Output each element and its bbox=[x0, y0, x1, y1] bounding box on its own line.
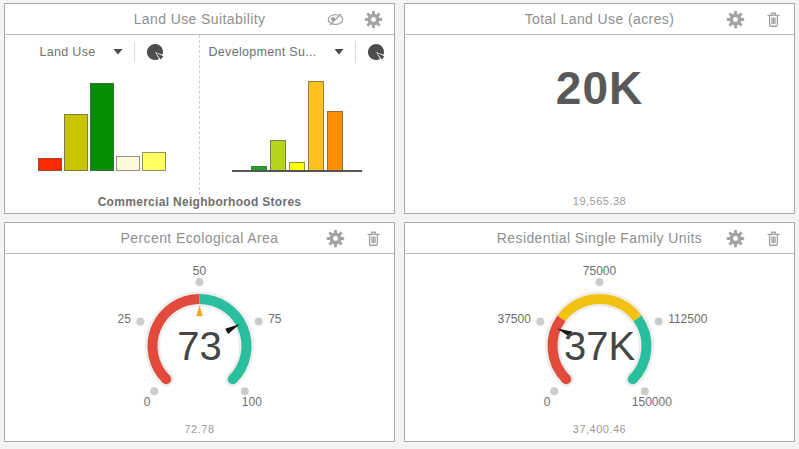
chevron-down-icon bbox=[113, 49, 123, 55]
bar bbox=[142, 152, 166, 171]
bar bbox=[270, 140, 286, 171]
chart-controls: Land Use bbox=[5, 35, 199, 69]
panel-total-land-use: Total Land Use (acres) bbox=[404, 3, 795, 214]
svg-text:0: 0 bbox=[144, 395, 151, 409]
settings-gear-icon[interactable] bbox=[364, 10, 383, 29]
header-icon-group bbox=[726, 223, 783, 253]
chart-half-development-suitability: Development Su... bbox=[200, 35, 394, 195]
gauge-percent-ecological-area: 025507510073 bbox=[5, 254, 394, 422]
select-label: Development Su... bbox=[209, 45, 317, 59]
control-divider bbox=[134, 41, 135, 63]
control-divider bbox=[355, 41, 356, 63]
indicator-exact-value: 19,565.38 bbox=[405, 195, 794, 207]
svg-text:75000: 75000 bbox=[583, 264, 617, 278]
bar bbox=[90, 83, 114, 171]
pie-chart-toggle-icon[interactable] bbox=[367, 43, 385, 61]
panel-header: Total Land Use (acres) bbox=[405, 4, 794, 35]
settings-gear-icon[interactable] bbox=[326, 229, 345, 248]
svg-text:37500: 37500 bbox=[497, 312, 531, 326]
header-icon-group bbox=[726, 4, 783, 34]
development-suitability-select[interactable]: Development Su... bbox=[209, 45, 345, 59]
chart-half-land-use: Land Use bbox=[5, 35, 200, 195]
bar bbox=[38, 158, 62, 171]
header-icon-group bbox=[326, 4, 383, 34]
hidden-eye-icon[interactable] bbox=[326, 10, 345, 29]
svg-text:73: 73 bbox=[177, 324, 222, 368]
svg-text:0: 0 bbox=[544, 395, 551, 409]
chart-caption: Commercial Neighborhood Stores bbox=[5, 195, 394, 209]
pie-chart-toggle-icon[interactable] bbox=[146, 43, 164, 61]
panel-title: Land Use Suitability bbox=[134, 11, 266, 27]
panel-title: Total Land Use (acres) bbox=[525, 11, 675, 27]
bar-chart-land-use bbox=[5, 69, 199, 195]
panel-residential-single-family-units: Residential Single Family Units bbox=[404, 222, 795, 442]
gauge-exact-value: 72.78 bbox=[5, 423, 394, 435]
trash-icon[interactable] bbox=[364, 229, 383, 248]
bar-chart-development-suitability bbox=[200, 69, 394, 195]
bar bbox=[308, 81, 324, 171]
gauge-residential-single-family-units: 0375007500011250015000037K bbox=[405, 254, 794, 422]
gauge-exact-value: 37,400.46 bbox=[405, 423, 794, 435]
select-label: Land Use bbox=[40, 45, 96, 59]
chart-body: Land Use Development Su.. bbox=[5, 35, 394, 195]
panel-percent-ecological-area: Percent Ecological Area bbox=[4, 222, 395, 442]
panel-title: Residential Single Family Units bbox=[497, 230, 702, 246]
svg-text:50: 50 bbox=[193, 264, 207, 278]
indicator-value: 20K bbox=[405, 61, 794, 115]
dashboard-page: Land Use Suitability bbox=[0, 0, 799, 449]
panel-header: Land Use Suitability bbox=[5, 4, 394, 35]
panel-header: Residential Single Family Units bbox=[405, 223, 794, 254]
svg-text:25: 25 bbox=[117, 312, 131, 326]
svg-text:75: 75 bbox=[268, 312, 282, 326]
land-use-select[interactable]: Land Use bbox=[40, 45, 124, 59]
svg-text:112500: 112500 bbox=[668, 312, 707, 326]
svg-text:150000: 150000 bbox=[632, 395, 672, 409]
settings-gear-icon[interactable] bbox=[726, 10, 745, 29]
chevron-down-icon bbox=[334, 49, 344, 55]
panel-header: Percent Ecological Area bbox=[5, 223, 394, 254]
settings-gear-icon[interactable] bbox=[726, 229, 745, 248]
svg-text:37K: 37K bbox=[564, 324, 635, 368]
bar bbox=[327, 111, 343, 171]
bar bbox=[64, 114, 88, 171]
panel-land-use-suitability: Land Use Suitability bbox=[4, 3, 395, 214]
panel-title: Percent Ecological Area bbox=[121, 230, 279, 246]
bar bbox=[116, 156, 140, 171]
trash-icon[interactable] bbox=[764, 229, 783, 248]
svg-text:100: 100 bbox=[242, 395, 262, 409]
chart-controls: Development Su... bbox=[200, 35, 394, 69]
trash-icon[interactable] bbox=[764, 10, 783, 29]
header-icon-group bbox=[326, 223, 383, 253]
